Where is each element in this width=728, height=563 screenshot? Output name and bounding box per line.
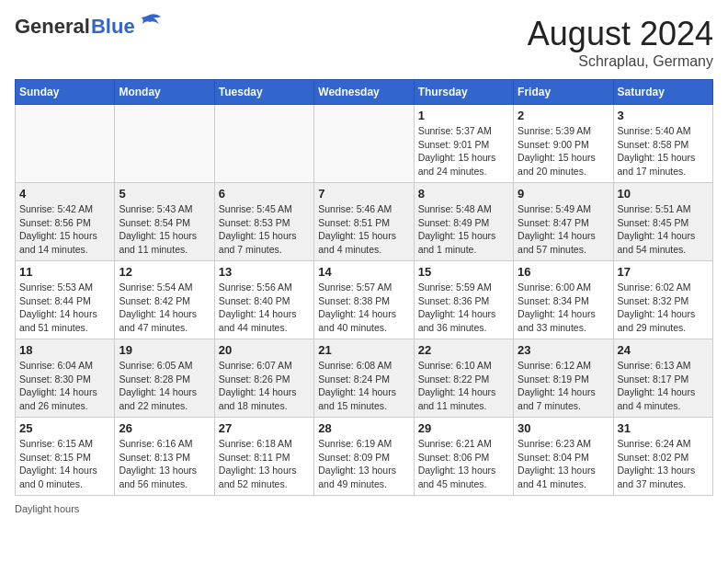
day-info: Sunrise: 6:23 AM Sunset: 8:04 PM Dayligh… bbox=[518, 437, 609, 491]
calendar-cell: 16Sunrise: 6:00 AM Sunset: 8:34 PM Dayli… bbox=[514, 261, 613, 339]
day-number: 3 bbox=[618, 109, 709, 122]
calendar-cell: 14Sunrise: 5:57 AM Sunset: 8:38 PM Dayli… bbox=[314, 261, 414, 339]
day-of-week-header: Tuesday bbox=[214, 80, 313, 105]
calendar-cell: 19Sunrise: 6:05 AM Sunset: 8:28 PM Dayli… bbox=[115, 339, 214, 418]
page-header: General Blue August 2024 Schraplau, Germ… bbox=[15, 15, 713, 70]
calendar-cell: 5Sunrise: 5:43 AM Sunset: 8:54 PM Daylig… bbox=[115, 183, 214, 261]
legend: Daylight hours bbox=[15, 503, 713, 514]
day-number: 29 bbox=[418, 421, 509, 435]
day-number: 21 bbox=[318, 343, 409, 357]
calendar-cell: 21Sunrise: 6:08 AM Sunset: 8:24 PM Dayli… bbox=[314, 339, 414, 418]
day-number: 14 bbox=[318, 265, 409, 279]
day-info: Sunrise: 6:10 AM Sunset: 8:22 PM Dayligh… bbox=[418, 359, 509, 413]
day-of-week-header: Wednesday bbox=[314, 80, 414, 105]
day-info: Sunrise: 6:12 AM Sunset: 8:19 PM Dayligh… bbox=[518, 359, 609, 413]
calendar-cell: 28Sunrise: 6:19 AM Sunset: 8:09 PM Dayli… bbox=[314, 418, 414, 496]
calendar-week-row: 1Sunrise: 5:37 AM Sunset: 9:01 PM Daylig… bbox=[16, 105, 713, 183]
day-number: 18 bbox=[19, 343, 110, 357]
day-number: 13 bbox=[219, 265, 310, 279]
day-number: 4 bbox=[19, 187, 110, 201]
logo-bird-icon bbox=[137, 13, 163, 33]
day-number: 31 bbox=[618, 421, 709, 435]
calendar-cell: 6Sunrise: 5:45 AM Sunset: 8:53 PM Daylig… bbox=[214, 183, 313, 261]
day-info: Sunrise: 6:05 AM Sunset: 8:28 PM Dayligh… bbox=[119, 359, 210, 413]
day-number: 12 bbox=[119, 265, 210, 279]
calendar-cell bbox=[214, 105, 313, 183]
day-info: Sunrise: 6:19 AM Sunset: 8:09 PM Dayligh… bbox=[318, 437, 409, 491]
day-info: Sunrise: 5:49 AM Sunset: 8:47 PM Dayligh… bbox=[518, 202, 609, 257]
calendar-cell: 29Sunrise: 6:21 AM Sunset: 8:06 PM Dayli… bbox=[414, 418, 513, 496]
day-info: Sunrise: 6:16 AM Sunset: 8:13 PM Dayligh… bbox=[119, 437, 210, 491]
calendar-cell: 9Sunrise: 5:49 AM Sunset: 8:47 PM Daylig… bbox=[514, 183, 613, 261]
day-info: Sunrise: 6:13 AM Sunset: 8:17 PM Dayligh… bbox=[618, 359, 709, 413]
location-subtitle: Schraplau, Germany bbox=[528, 53, 713, 70]
day-info: Sunrise: 6:04 AM Sunset: 8:30 PM Dayligh… bbox=[19, 359, 110, 413]
day-info: Sunrise: 6:18 AM Sunset: 8:11 PM Dayligh… bbox=[219, 437, 310, 491]
day-of-week-header: Friday bbox=[514, 80, 613, 105]
day-info: Sunrise: 5:54 AM Sunset: 8:42 PM Dayligh… bbox=[119, 281, 210, 335]
day-info: Sunrise: 6:02 AM Sunset: 8:32 PM Dayligh… bbox=[618, 281, 709, 335]
day-number: 26 bbox=[119, 421, 210, 435]
calendar-week-row: 18Sunrise: 6:04 AM Sunset: 8:30 PM Dayli… bbox=[16, 339, 713, 418]
day-of-week-header: Thursday bbox=[414, 80, 513, 105]
logo-blue: Blue bbox=[91, 15, 135, 39]
day-number: 10 bbox=[618, 187, 709, 201]
day-number: 27 bbox=[219, 421, 310, 435]
calendar-week-row: 4Sunrise: 5:42 AM Sunset: 8:56 PM Daylig… bbox=[16, 183, 713, 261]
calendar-cell bbox=[314, 105, 414, 183]
calendar-cell: 10Sunrise: 5:51 AM Sunset: 8:45 PM Dayli… bbox=[613, 183, 712, 261]
calendar-cell: 20Sunrise: 6:07 AM Sunset: 8:26 PM Dayli… bbox=[214, 339, 313, 418]
day-number: 9 bbox=[518, 187, 609, 201]
calendar-cell: 31Sunrise: 6:24 AM Sunset: 8:02 PM Dayli… bbox=[613, 418, 712, 496]
day-number: 16 bbox=[518, 265, 609, 279]
day-info: Sunrise: 5:45 AM Sunset: 8:53 PM Dayligh… bbox=[219, 202, 310, 257]
calendar-cell: 18Sunrise: 6:04 AM Sunset: 8:30 PM Dayli… bbox=[16, 339, 115, 418]
calendar-week-row: 25Sunrise: 6:15 AM Sunset: 8:15 PM Dayli… bbox=[16, 418, 713, 496]
day-number: 2 bbox=[518, 109, 609, 122]
day-of-week-header: Monday bbox=[115, 80, 214, 105]
calendar-table: SundayMondayTuesdayWednesdayThursdayFrid… bbox=[15, 79, 713, 496]
day-number: 28 bbox=[318, 421, 409, 435]
calendar-cell: 26Sunrise: 6:16 AM Sunset: 8:13 PM Dayli… bbox=[115, 418, 214, 496]
day-info: Sunrise: 6:24 AM Sunset: 8:02 PM Dayligh… bbox=[618, 437, 709, 491]
day-number: 22 bbox=[418, 343, 509, 357]
day-number: 24 bbox=[618, 343, 709, 357]
logo-general: General bbox=[15, 15, 90, 39]
day-number: 19 bbox=[119, 343, 210, 357]
calendar-cell: 1Sunrise: 5:37 AM Sunset: 9:01 PM Daylig… bbox=[414, 105, 513, 183]
day-number: 30 bbox=[518, 421, 609, 435]
day-info: Sunrise: 5:56 AM Sunset: 8:40 PM Dayligh… bbox=[219, 281, 310, 335]
day-info: Sunrise: 6:15 AM Sunset: 8:15 PM Dayligh… bbox=[19, 437, 110, 491]
calendar-cell: 11Sunrise: 5:53 AM Sunset: 8:44 PM Dayli… bbox=[16, 261, 115, 339]
day-info: Sunrise: 5:39 AM Sunset: 9:00 PM Dayligh… bbox=[518, 124, 609, 178]
day-info: Sunrise: 5:46 AM Sunset: 8:51 PM Dayligh… bbox=[318, 202, 409, 257]
day-number: 11 bbox=[19, 265, 110, 279]
day-number: 25 bbox=[19, 421, 110, 435]
day-info: Sunrise: 6:08 AM Sunset: 8:24 PM Dayligh… bbox=[318, 359, 409, 413]
day-info: Sunrise: 5:37 AM Sunset: 9:01 PM Dayligh… bbox=[418, 124, 509, 178]
calendar-header-row: SundayMondayTuesdayWednesdayThursdayFrid… bbox=[16, 80, 713, 105]
day-info: Sunrise: 6:07 AM Sunset: 8:26 PM Dayligh… bbox=[219, 359, 310, 413]
day-number: 20 bbox=[219, 343, 310, 357]
calendar-cell: 12Sunrise: 5:54 AM Sunset: 8:42 PM Dayli… bbox=[115, 261, 214, 339]
calendar-cell: 8Sunrise: 5:48 AM Sunset: 8:49 PM Daylig… bbox=[414, 183, 513, 261]
calendar-cell: 3Sunrise: 5:40 AM Sunset: 8:58 PM Daylig… bbox=[613, 105, 712, 183]
day-number: 6 bbox=[219, 187, 310, 201]
day-info: Sunrise: 6:00 AM Sunset: 8:34 PM Dayligh… bbox=[518, 281, 609, 335]
title-block: August 2024 Schraplau, Germany bbox=[528, 15, 713, 70]
day-info: Sunrise: 5:51 AM Sunset: 8:45 PM Dayligh… bbox=[618, 202, 709, 257]
day-info: Sunrise: 5:42 AM Sunset: 8:56 PM Dayligh… bbox=[19, 202, 110, 257]
day-number: 8 bbox=[418, 187, 509, 201]
day-of-week-header: Sunday bbox=[16, 80, 115, 105]
day-number: 1 bbox=[418, 109, 509, 122]
day-info: Sunrise: 6:21 AM Sunset: 8:06 PM Dayligh… bbox=[418, 437, 509, 491]
logo: General Blue bbox=[15, 15, 163, 39]
calendar-cell: 2Sunrise: 5:39 AM Sunset: 9:00 PM Daylig… bbox=[514, 105, 613, 183]
day-of-week-header: Saturday bbox=[613, 80, 712, 105]
calendar-cell: 4Sunrise: 5:42 AM Sunset: 8:56 PM Daylig… bbox=[16, 183, 115, 261]
day-number: 5 bbox=[119, 187, 210, 201]
calendar-cell: 7Sunrise: 5:46 AM Sunset: 8:51 PM Daylig… bbox=[314, 183, 414, 261]
month-year-title: August 2024 bbox=[528, 15, 713, 53]
day-info: Sunrise: 5:43 AM Sunset: 8:54 PM Dayligh… bbox=[119, 202, 210, 257]
day-number: 15 bbox=[418, 265, 509, 279]
